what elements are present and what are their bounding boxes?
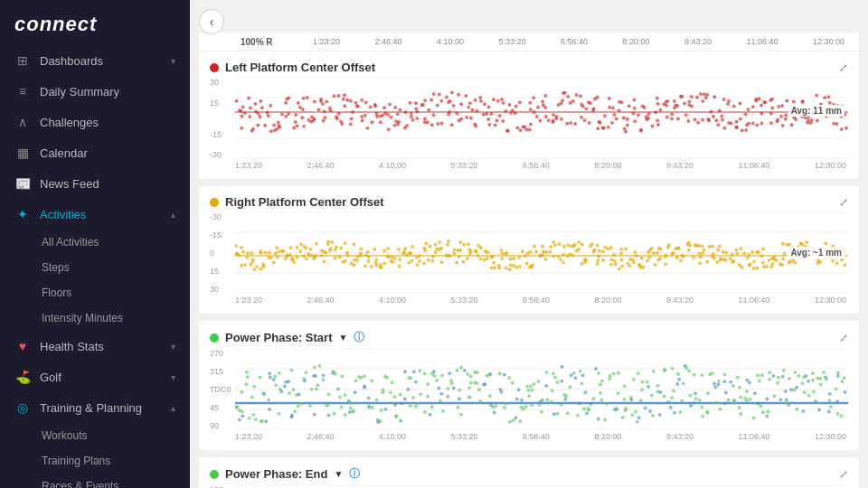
chart-header: Left Platform Center Offset ⤢ xyxy=(210,61,848,74)
sidebar-sub-races-events[interactable]: Races & Events xyxy=(0,474,190,488)
chart-header: Power Phase: Start ▼ ⓘ ⤢ xyxy=(210,330,848,345)
x-label: 11:06:40 xyxy=(738,296,769,305)
x-label: 8:20:00 xyxy=(594,161,621,170)
info-icon[interactable]: ⓘ xyxy=(354,330,364,345)
x-label: 9:43:20 xyxy=(666,432,693,441)
x-label: 2:46:40 xyxy=(307,432,334,441)
expand-icon[interactable]: ⤢ xyxy=(839,468,848,481)
time-label-4: 6:56:40 xyxy=(561,37,588,47)
back-button[interactable]: ‹ xyxy=(199,9,224,34)
chart-dot xyxy=(210,198,219,207)
avg-label: Avg: ~1 mm xyxy=(788,247,844,258)
grid-icon: ⊞ xyxy=(14,53,31,68)
y-label: 315 xyxy=(210,367,232,376)
sidebar-item-activities[interactable]: ✦ Activities ▴ xyxy=(0,199,190,230)
x-label: 12:30:00 xyxy=(815,296,846,305)
sidebar-item-health-stats[interactable]: ♥ Health Stats ▾ xyxy=(0,331,190,361)
x-label: 5:33:20 xyxy=(450,161,477,170)
sidebar-label: Golf xyxy=(40,371,162,384)
x-label: 6:56:40 xyxy=(523,161,550,170)
top-time-axis: 100% R 1:23:20 2:46:40 4:10:00 5:33:20 6… xyxy=(199,33,859,52)
sidebar: connect ⊞ Dashboards ▾ ≡ Daily Summary ∧… xyxy=(0,0,190,488)
chart-title-text: Left Platform Center Offset xyxy=(225,61,375,74)
chart-title: Left Platform Center Offset xyxy=(210,61,375,74)
sidebar-sub-all-activities[interactable]: All Activities xyxy=(0,230,190,255)
chart-canvas xyxy=(235,212,848,294)
x-label: 6:56:40 xyxy=(523,296,550,305)
sidebar-sub-floors[interactable]: Floors xyxy=(0,280,190,305)
sidebar-label: News Feed xyxy=(40,177,175,191)
info-icon[interactable]: ⓘ xyxy=(349,466,360,482)
avg-label: Avg: 11 mm xyxy=(788,105,844,117)
time-label-6: 9:43:20 xyxy=(684,37,712,47)
x-label: 6:56:40 xyxy=(523,432,550,441)
heart-icon: ♥ xyxy=(14,339,31,353)
x-label: 9:43:20 xyxy=(666,161,693,170)
y-label: 15 xyxy=(210,99,232,108)
zoom-label: 100% R xyxy=(241,37,273,47)
expand-icon[interactable]: ⤢ xyxy=(839,196,848,209)
time-label-0: 1:23:20 xyxy=(313,37,340,47)
sidebar-item-news-feed[interactable]: 📰 News Feed xyxy=(0,168,190,199)
time-label-3: 5:33:20 xyxy=(498,37,525,47)
x-label: 4:10:00 xyxy=(379,432,406,441)
app-logo: connect xyxy=(0,0,190,45)
chart-title: Right Platform Center Offset xyxy=(210,195,384,209)
y-label: 45 xyxy=(210,403,232,412)
y-label: 30 xyxy=(210,78,232,87)
sidebar-item-golf[interactable]: ⛳ Golf ▾ xyxy=(0,361,190,392)
x-label: 5:33:20 xyxy=(450,432,477,441)
x-label: 5:33:20 xyxy=(450,296,477,305)
dropdown-arrow-icon[interactable]: ▼ xyxy=(334,469,343,479)
sidebar-sub-workouts[interactable]: Workouts xyxy=(0,423,190,448)
target-icon: ◎ xyxy=(14,400,31,415)
x-label: 12:30:00 xyxy=(815,161,846,170)
chart-dot xyxy=(210,63,219,72)
chevron-up-icon: ∧ xyxy=(14,115,31,129)
chart-power-phase-start: Power Phase: Start ▼ ⓘ ⤢ 270 315 TDC0 45… xyxy=(199,321,859,450)
chart-dot xyxy=(210,470,219,479)
chart-right-platform: Right Platform Center Offset ⤢ -30 -15 0… xyxy=(199,186,859,314)
chart-header: Right Platform Center Offset ⤢ xyxy=(210,195,848,209)
sidebar-item-training[interactable]: ◎ Training & Planning ▴ xyxy=(0,392,190,423)
y-label: 0 xyxy=(210,249,232,258)
sidebar-label: Calendar xyxy=(40,146,175,160)
chevron-down-icon: ▾ xyxy=(171,372,175,382)
sidebar-label: Health Stats xyxy=(40,340,162,353)
sidebar-item-dashboards[interactable]: ⊞ Dashboards ▾ xyxy=(0,45,190,76)
x-label: 1:23:20 xyxy=(235,432,262,441)
expand-icon[interactable]: ⤢ xyxy=(839,61,848,74)
y-label: TDC0 xyxy=(210,385,232,394)
sidebar-item-calendar[interactable]: ▦ Calendar xyxy=(0,137,190,168)
x-axis: 1:23:20 2:46:40 4:10:00 5:33:20 6:56:40 … xyxy=(210,296,848,305)
x-label: 2:46:40 xyxy=(307,296,334,305)
newspaper-icon: 📰 xyxy=(14,176,31,191)
chart-canvas xyxy=(235,78,848,159)
chart-title-text: Right Platform Center Offset xyxy=(225,195,384,209)
sidebar-label: Dashboards xyxy=(40,54,162,68)
dropdown-arrow-icon[interactable]: ▼ xyxy=(339,333,348,343)
sidebar-label: Activities xyxy=(40,208,162,221)
sidebar-item-daily-summary[interactable]: ≡ Daily Summary xyxy=(0,76,190,107)
x-axis: 1:23:20 2:46:40 4:10:00 5:33:20 6:56:40 … xyxy=(210,161,848,170)
y-label: -30 xyxy=(210,150,232,159)
main-content: ‹ 100% R 1:23:20 2:46:40 4:10:00 5:33:20… xyxy=(190,0,868,488)
x-axis: 1:23:20 2:46:40 4:10:00 5:33:20 6:56:40 … xyxy=(210,432,848,441)
expand-icon[interactable]: ⤢ xyxy=(839,332,848,344)
sidebar-item-challenges[interactable]: ∧ Challenges xyxy=(0,107,190,137)
chart-dot xyxy=(210,333,219,343)
x-label: 9:43:20 xyxy=(666,296,693,305)
y-label: -15 xyxy=(210,130,232,139)
sidebar-sub-intensity-minutes[interactable]: Intensity Minutes xyxy=(0,305,190,331)
time-label-7: 11:06:40 xyxy=(746,37,778,47)
y-label: 90 xyxy=(210,421,232,430)
x-label: 2:46:40 xyxy=(307,161,334,170)
chart-title: Power Phase: Start ▼ ⓘ xyxy=(210,330,364,345)
sidebar-sub-steps[interactable]: Steps xyxy=(0,255,190,280)
sidebar-sub-training-plans[interactable]: Training Plans xyxy=(0,448,190,474)
chevron-up-icon: ▴ xyxy=(171,210,175,220)
sidebar-label: Training & Planning xyxy=(40,401,162,415)
sidebar-label: Daily Summary xyxy=(40,85,175,99)
chart-title: Power Phase: End ▼ ⓘ xyxy=(210,466,360,482)
y-label: -15 xyxy=(210,230,232,239)
